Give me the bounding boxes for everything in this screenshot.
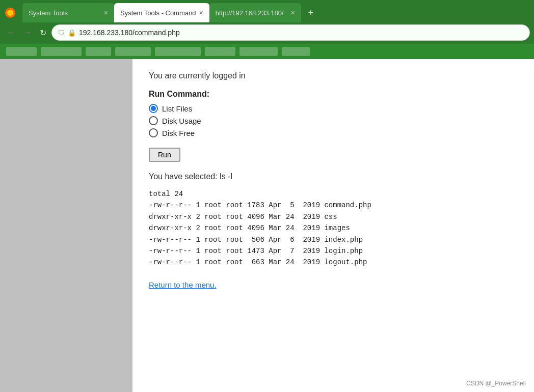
logged-in-text: You are currently logged in [149,71,518,80]
tab-ip-url[interactable]: http://192.168.233.180/ × [209,3,301,22]
return-to-menu-link[interactable]: Return to the menu. [149,281,217,289]
add-tab-button[interactable]: + [303,3,318,22]
radio-disk-free-circle[interactable] [149,128,158,137]
nav-strip-block-8 [282,47,310,56]
bottom-row: Return to the menu. CSDN @_PowerShell [149,281,518,289]
radio-disk-free-label: Disk Free [162,129,195,137]
page-content: You are currently logged in Run Command:… [0,59,534,392]
nav-strip-block-2 [41,47,82,56]
main-content: You are currently logged in Run Command:… [132,59,534,392]
run-button[interactable]: Run [149,148,180,162]
radio-disk-usage-circle[interactable] [149,116,158,125]
lock-icon: 🔒 [68,29,76,37]
run-command-label: Run Command: [149,90,518,99]
selected-command-text: You have selected: ls -l [149,172,518,181]
tab-ip-url-close[interactable]: × [291,9,295,16]
tab-ip-url-label: http://192.168.233.180/ [216,9,288,17]
tab-system-tools-label: System Tools [29,9,101,17]
watermark-text: CSDN @_PowerShell [466,380,526,387]
tab-system-tools-command[interactable]: System Tools - Command × [114,3,209,22]
radio-group: List Files Disk Usage Disk Free [149,104,518,137]
radio-list-files-circle[interactable] [149,104,158,113]
back-button[interactable]: ← [4,27,18,38]
firefox-logo-icon [4,7,16,19]
command-output: total 24 -rw-r--r-- 1 root root 1783 Apr… [149,188,518,268]
radio-list-files[interactable]: List Files [149,104,518,113]
tab-system-tools[interactable]: System Tools × [22,3,114,22]
nav-strip-block-6 [205,47,235,56]
tab-bar: System Tools × System Tools - Command × … [0,0,534,22]
nav-strip-block-3 [86,47,111,56]
address-bar[interactable]: 🛡 🔒 [51,24,530,41]
forward-button[interactable]: → [20,27,35,38]
tab-system-tools-command-close[interactable]: × [199,9,203,16]
radio-list-files-label: List Files [162,104,192,113]
left-sidebar [0,59,132,392]
browser-chrome: System Tools × System Tools - Command × … [0,0,534,44]
tab-system-tools-command-label: System Tools - Command [120,9,196,17]
refresh-button[interactable]: ↻ [37,27,49,39]
radio-disk-usage[interactable]: Disk Usage [149,116,518,125]
tab-system-tools-close[interactable]: × [104,9,108,16]
browser-logo-area [0,3,22,22]
svg-point-1 [7,10,13,16]
nav-strip-block-4 [115,47,151,56]
address-input[interactable] [79,29,523,37]
nav-strip-block-1 [6,47,37,56]
nav-strip-block-7 [239,47,278,56]
shield-icon: 🛡 [58,29,65,37]
radio-disk-free[interactable]: Disk Free [149,128,518,137]
nav-strip-block-5 [155,47,201,56]
page-header-strip [0,44,534,59]
radio-disk-usage-label: Disk Usage [162,117,201,125]
address-bar-row: ← → ↻ 🛡 🔒 [0,22,534,44]
